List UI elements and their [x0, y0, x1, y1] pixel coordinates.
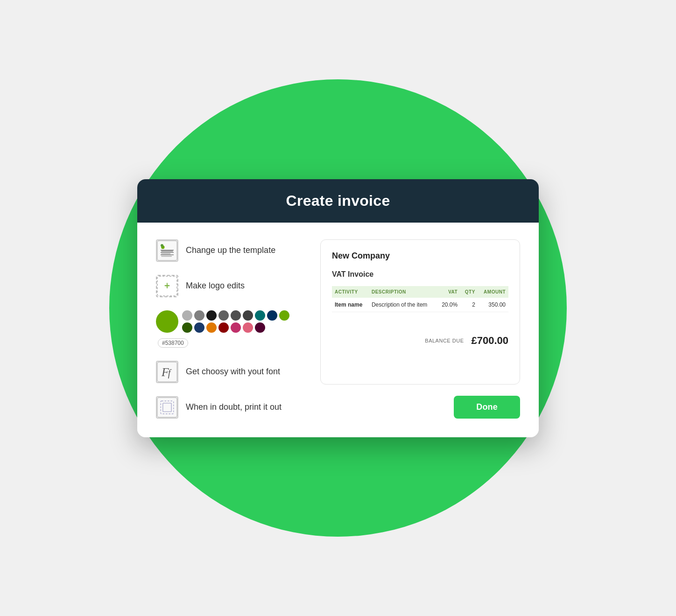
modal-body: Change up the template + Make logo edits	[137, 223, 539, 437]
invoice-table-header-row: ACTIVITY DESCRIPTION VAT QTY AMOUNT	[332, 286, 508, 298]
color-hex-label[interactable]: #538700	[158, 338, 188, 348]
color-dot[interactable]	[243, 310, 253, 321]
invoice-table: ACTIVITY DESCRIPTION VAT QTY AMOUNT Item…	[332, 286, 508, 312]
color-dot[interactable]	[182, 310, 192, 321]
cell-vat: 20.0%	[437, 298, 460, 312]
svg-text:+: +	[164, 279, 170, 291]
template-option-label: Change up the template	[186, 245, 275, 255]
selected-color-swatch[interactable]	[156, 310, 178, 333]
col-description: DESCRIPTION	[369, 286, 437, 298]
logo-icon: +	[156, 275, 178, 297]
print-option-label: When in doubt, print it out	[186, 402, 282, 412]
col-amount: AMOUNT	[478, 286, 508, 298]
color-palette	[182, 310, 294, 333]
col-vat: VAT	[437, 286, 460, 298]
color-dot[interactable]	[194, 322, 204, 333]
svg-rect-10	[157, 397, 177, 417]
color-dot[interactable]	[267, 310, 277, 321]
cell-qty: 2	[460, 298, 478, 312]
right-panel: New Company VAT Invoice ACTIVITY DESCRIP…	[320, 239, 520, 419]
modal-title: Create invoice	[156, 192, 520, 210]
invoice-type: VAT Invoice	[332, 270, 508, 279]
color-dot[interactable]	[279, 310, 289, 321]
invoice-balance-row: BALANCE DUE £700.00	[332, 331, 508, 347]
print-icon	[156, 396, 178, 419]
col-activity: ACTIVITY	[332, 286, 369, 298]
font-icon: F f	[156, 361, 178, 383]
done-button[interactable]: Done	[454, 396, 520, 419]
svg-rect-2	[161, 251, 173, 252]
done-row: Done	[320, 396, 520, 419]
color-dot[interactable]	[182, 322, 192, 333]
balance-due-amount: £700.00	[471, 335, 508, 347]
cell-activity: Item name	[332, 298, 369, 312]
balance-due-label: BALANCE DUE	[425, 338, 464, 343]
color-dot[interactable]	[231, 322, 241, 333]
template-option-row[interactable]: Change up the template	[156, 239, 305, 262]
invoice-preview: New Company VAT Invoice ACTIVITY DESCRIP…	[320, 239, 520, 385]
col-qty: QTY	[460, 286, 478, 298]
font-option-label: Get choosy with yout font	[186, 367, 280, 377]
modal-header: Create invoice	[137, 179, 539, 223]
logo-option-row[interactable]: + Make logo edits	[156, 275, 305, 297]
color-dot[interactable]	[206, 310, 217, 321]
color-picker-section: #538700	[156, 310, 305, 348]
color-dot[interactable]	[218, 322, 229, 333]
create-invoice-modal: Create invoice Change up the template	[137, 179, 539, 437]
svg-point-1	[161, 245, 164, 249]
color-dot[interactable]	[218, 310, 229, 321]
cell-amount: 350.00	[478, 298, 508, 312]
invoice-company: New Company	[332, 251, 508, 261]
logo-option-label: Make logo edits	[186, 281, 245, 291]
font-option-row[interactable]: F f Get choosy with yout font	[156, 361, 305, 383]
cell-description: Description of the item	[369, 298, 437, 312]
color-dot[interactable]	[231, 310, 241, 321]
color-dot[interactable]	[255, 322, 265, 333]
color-dot[interactable]	[255, 310, 265, 321]
color-row	[156, 310, 305, 333]
color-dot[interactable]	[194, 310, 204, 321]
color-dot[interactable]	[206, 322, 217, 333]
svg-rect-3	[161, 253, 170, 254]
print-option-row[interactable]: When in doubt, print it out	[156, 396, 305, 419]
left-panel: Change up the template + Make logo edits	[156, 239, 305, 419]
template-icon	[156, 239, 178, 262]
table-row: Item name Description of the item 20.0% …	[332, 298, 508, 312]
color-dot[interactable]	[243, 322, 253, 333]
svg-rect-4	[161, 256, 172, 257]
